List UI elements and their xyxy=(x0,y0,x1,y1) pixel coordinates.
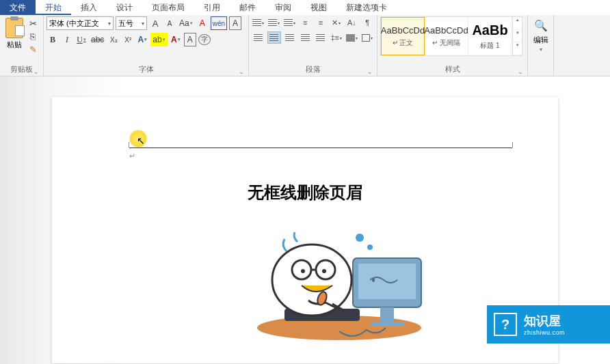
tab-design[interactable]: 设计 xyxy=(107,0,142,15)
tab-file[interactable]: 文件 xyxy=(0,0,36,15)
watermark-text: 知识屋 zhishiwu.com xyxy=(524,313,565,336)
multilevel-icon xyxy=(284,19,293,26)
font-size-value: 五号 xyxy=(118,18,133,29)
return-mark: ↵ xyxy=(387,307,393,316)
style-gallery: AaBbCcDd ↵ 正文 AaBbCcDd ↵ 无间隔 AaBb 标题 1 ▴… xyxy=(380,16,522,56)
distribute-icon xyxy=(316,34,325,41)
group-editing: 🔍 编辑 ▾ . xyxy=(528,15,554,76)
style-preview: AaBb xyxy=(472,23,507,38)
gallery-up-button[interactable]: ▴ xyxy=(513,17,522,30)
tab-layout[interactable]: 页面布局 xyxy=(142,0,194,15)
underline-button[interactable]: U xyxy=(75,33,88,46)
copy-icon[interactable]: ⎘ xyxy=(27,31,38,42)
multilevel-button[interactable] xyxy=(283,16,297,29)
paste-button[interactable]: 粘贴 xyxy=(3,16,26,50)
align-center-icon xyxy=(269,34,278,41)
style-gallery-scroll: ▴ ▾ ▾ xyxy=(512,17,522,55)
cursor-icon: ↖ xyxy=(137,135,145,146)
align-right-button[interactable] xyxy=(283,31,297,44)
font-color-button[interactable]: A xyxy=(170,33,182,46)
style-name: ↵ 无间隔 xyxy=(432,38,460,48)
group-clipboard: 粘贴 ✂ ⎘ ✎ 剪贴板 xyxy=(0,15,44,76)
watermark-badge: ? 知识屋 zhishiwu.com xyxy=(487,305,610,344)
bullets-icon xyxy=(252,19,261,26)
gallery-more-button[interactable]: ▾ xyxy=(513,42,522,55)
bullets-button[interactable] xyxy=(252,16,265,29)
editing-label[interactable]: 编辑 xyxy=(533,35,548,45)
header-border-line xyxy=(129,148,512,148)
svg-point-14 xyxy=(356,234,364,242)
numbering-button[interactable] xyxy=(267,16,281,29)
tab-review[interactable]: 审阅 xyxy=(265,0,301,15)
group-styles: AaBbCcDd ↵ 正文 AaBbCcDd ↵ 无间隔 AaBb 标题 1 ▴… xyxy=(377,15,528,76)
change-case-button[interactable]: Aa xyxy=(178,16,194,30)
tab-references[interactable]: 引用 xyxy=(194,0,230,15)
group-font: 宋体 (中文正文▾ 五号▾ A A Aa A wén A B I U abc X… xyxy=(44,15,249,76)
style-name: 标题 1 xyxy=(480,41,499,51)
tab-insert[interactable]: 插入 xyxy=(71,0,107,15)
highlight-button[interactable]: ab xyxy=(150,33,167,46)
shading-button[interactable] xyxy=(345,31,359,44)
svg-point-12 xyxy=(322,269,326,273)
bold-button[interactable]: B xyxy=(47,33,59,46)
grow-font-button[interactable]: A xyxy=(149,16,161,30)
tab-view[interactable]: 视图 xyxy=(301,0,336,15)
chevron-down-icon: ▾ xyxy=(108,20,111,27)
tab-mailings[interactable]: 邮件 xyxy=(230,0,265,15)
style-preview: AaBbCcDd xyxy=(424,25,468,36)
font-name-combo[interactable]: 宋体 (中文正文▾ xyxy=(47,16,114,30)
document-title: 无框线删除页眉 xyxy=(52,182,558,204)
font-size-combo[interactable]: 五号▾ xyxy=(116,16,147,30)
borders-icon xyxy=(362,34,370,42)
sort-button[interactable]: A↓ xyxy=(345,16,359,29)
format-painter-icon[interactable]: ✎ xyxy=(27,44,38,55)
clipart-image xyxy=(237,212,442,341)
distribute-button[interactable] xyxy=(314,31,328,44)
page[interactable]: ↖ ↵ 无框线删除页眉 xyxy=(52,97,558,363)
style-heading1[interactable]: AaBb 标题 1 xyxy=(468,17,512,55)
text-effects-button[interactable]: A xyxy=(136,33,148,46)
gallery-down-button[interactable]: ▾ xyxy=(513,30,522,43)
svg-point-4 xyxy=(372,278,375,282)
phonetic-guide-button[interactable]: wén xyxy=(211,16,227,30)
char-shading-button[interactable]: A xyxy=(184,33,196,46)
watermark-sub: zhishiwu.com xyxy=(524,329,565,336)
shading-icon xyxy=(346,34,355,42)
align-center-button[interactable] xyxy=(267,31,281,44)
style-normal[interactable]: AaBbCcDd ↵ 正文 xyxy=(381,17,425,55)
asian-layout-button[interactable]: ✕ xyxy=(330,16,343,29)
line-spacing-button[interactable]: ‡≡ xyxy=(330,31,343,44)
align-left-icon xyxy=(254,34,263,41)
strike-button[interactable]: abc xyxy=(90,33,105,46)
superscript-button[interactable]: X² xyxy=(122,33,134,46)
borders-button[interactable] xyxy=(360,31,374,44)
watermark-icon: ? xyxy=(494,313,517,336)
align-left-button[interactable] xyxy=(252,31,265,44)
enclose-char-button[interactable]: 字 xyxy=(198,34,211,45)
tab-newtab[interactable]: 新建选项卡 xyxy=(336,0,397,15)
svg-rect-6 xyxy=(370,322,404,326)
decrease-indent-button[interactable]: ≡ xyxy=(298,16,312,29)
italic-button[interactable]: I xyxy=(61,33,73,46)
paste-icon xyxy=(5,18,23,38)
style-no-spacing[interactable]: AaBbCcDd ↵ 无间隔 xyxy=(425,17,468,55)
justify-button[interactable] xyxy=(298,31,312,44)
style-preview: AaBbCcDd xyxy=(381,25,425,36)
char-border-button[interactable]: A xyxy=(229,16,241,30)
show-marks-button[interactable]: ¶ xyxy=(360,16,374,29)
clear-format-button[interactable]: A xyxy=(196,16,209,30)
find-icon[interactable]: 🔍 xyxy=(534,19,548,32)
increase-indent-button[interactable]: ≡ xyxy=(314,16,328,29)
cut-icon[interactable]: ✂ xyxy=(27,18,38,29)
return-mark: ↵ xyxy=(129,152,135,160)
chevron-down-icon: ▾ xyxy=(142,20,144,27)
subscript-button[interactable]: X₂ xyxy=(107,33,120,46)
svg-point-7 xyxy=(272,244,352,316)
font-name-value: 宋体 (中文正文 xyxy=(49,18,99,29)
tab-home[interactable]: 开始 xyxy=(36,0,71,15)
font-group-label: 字体 xyxy=(47,63,246,76)
svg-point-11 xyxy=(301,269,305,273)
group-paragraph: ≡ ≡ ✕ A↓ ¶ ‡≡ 段落 xyxy=(249,15,377,76)
justify-icon xyxy=(301,34,310,41)
shrink-font-button[interactable]: A xyxy=(163,16,176,30)
